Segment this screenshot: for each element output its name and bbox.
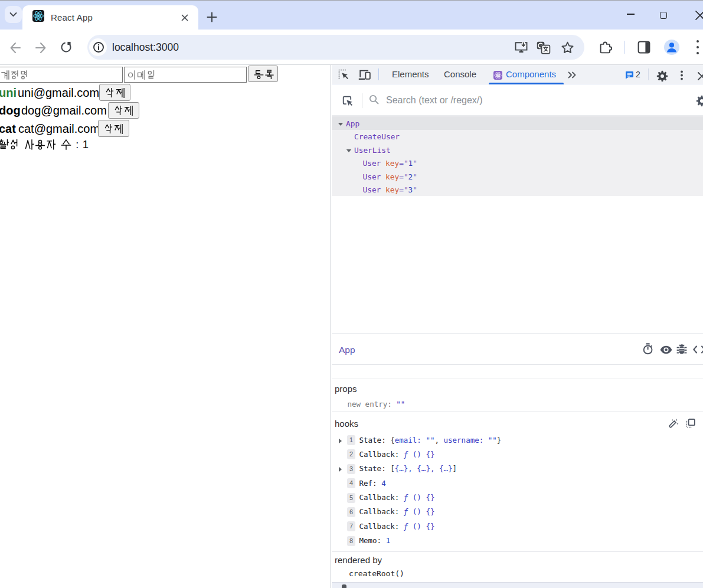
register-button[interactable]	[248, 66, 278, 82]
hook-index-badge: 4	[347, 478, 356, 488]
hook-token: ƒ () {}	[404, 493, 435, 502]
hook-row-callback-2[interactable]: 2Callback: ƒ () {}	[331, 448, 703, 462]
hook-row-memo-8[interactable]: 8Memo: 1	[331, 534, 703, 548]
translate-icon[interactable]	[537, 41, 551, 54]
site-info-icon[interactable]	[93, 41, 104, 53]
browser-tab-strip: React App	[0, 0, 703, 30]
tab-close-icon[interactable]	[181, 14, 189, 22]
attr-token: "	[404, 185, 408, 194]
tree-row-user3[interactable]: User key="3"	[332, 183, 703, 197]
bug-debug-icon[interactable]	[676, 344, 687, 355]
hook-token: State:	[359, 436, 386, 445]
attr-token: key	[385, 185, 399, 194]
components-tree: AppCreateUserUserListUser key="1"User ke…	[332, 116, 703, 398]
component-name: User	[363, 172, 381, 181]
delete-button-label	[104, 124, 125, 136]
hook-row-callback-6[interactable]: 6Callback: ƒ () {}	[331, 505, 703, 520]
screenshot-canvas: React App localhost:3000	[0, 0, 703, 588]
window-maximize-button[interactable]	[660, 12, 667, 19]
issues-message-icon[interactable]	[625, 71, 634, 79]
tab-search-button[interactable]	[5, 6, 22, 23]
hook-token: Callback:	[359, 450, 400, 459]
bookmark-star-icon[interactable]	[561, 41, 574, 54]
email-input[interactable]	[124, 67, 247, 83]
prop-new-entry-row[interactable]: new entry: ""	[348, 400, 406, 409]
tree-row-user2[interactable]: User key="2"	[332, 169, 703, 183]
component-name: App	[346, 119, 359, 128]
install-icon[interactable]	[515, 42, 528, 54]
user-email: uni@gmail.com	[18, 86, 99, 100]
tree-expand-arrow[interactable]	[338, 122, 344, 126]
tree-expand-arrow[interactable]	[346, 149, 352, 153]
props-section-label: props	[335, 384, 357, 394]
device-toolbar-icon[interactable]	[358, 70, 371, 80]
devtools-menu-kebab-icon[interactable]	[680, 70, 684, 80]
window-minimize-button[interactable]	[627, 14, 635, 15]
user-name: dog	[0, 104, 21, 117]
tab-console[interactable]: Console	[444, 65, 476, 84]
username-placeholder	[1, 70, 30, 82]
devtools-settings-gear-icon[interactable]	[656, 70, 668, 82]
tab-elements[interactable]: Elements	[392, 65, 429, 84]
side-panel-icon[interactable]	[637, 41, 650, 54]
tree-row-text: User key="1"	[363, 159, 418, 168]
toolbar-divider	[624, 41, 625, 54]
hook-row-state-1[interactable]: 1State: {email: "", username: ""}	[331, 434, 703, 448]
delete-user-button[interactable]	[98, 120, 129, 137]
username-input[interactable]	[0, 67, 123, 83]
copy-icon[interactable]	[685, 418, 696, 429]
magic-wand-parse-icon[interactable]	[668, 418, 679, 429]
inspect-element-icon[interactable]	[338, 69, 350, 81]
tree-row-userlist[interactable]: UserList	[332, 143, 703, 156]
hook-text: State: [{…}, {…}, {…}]	[359, 464, 457, 473]
hook-index-badge: 5	[347, 493, 356, 503]
hook-row-callback-5[interactable]: 5Callback: ƒ () {}	[331, 491, 703, 505]
delete-user-button[interactable]	[99, 84, 130, 101]
hook-row-state-3[interactable]: 3State: [{…}, {…}, {…}]	[331, 462, 703, 476]
attr-token: "	[413, 185, 417, 194]
forward-icon[interactable]	[34, 41, 47, 54]
view-source-code-icon[interactable]	[693, 345, 703, 354]
tab-components[interactable]: Components	[506, 65, 556, 84]
more-tabs-chevron-icon[interactable]	[567, 71, 577, 79]
hook-token: 4	[381, 479, 386, 488]
browser-menu-kebab-icon[interactable]	[695, 40, 700, 55]
tree-row-app[interactable]: App	[332, 116, 703, 130]
hook-text: Memo: 1	[359, 536, 391, 545]
attr-token: =	[399, 172, 404, 181]
divider-hooks-rendered	[332, 551, 703, 552]
extensions-puzzle-icon[interactable]	[599, 40, 613, 54]
url-text[interactable]: localhost:3000	[112, 35, 179, 60]
hook-index-badge: 1	[347, 435, 356, 445]
hook-expand-arrow[interactable]	[338, 438, 342, 444]
devtools-close-icon[interactable]	[697, 71, 703, 81]
back-icon[interactable]	[9, 41, 22, 54]
hook-row-ref-4[interactable]: 4Ref: 4	[331, 477, 703, 491]
hook-index-badge: 8	[347, 536, 356, 546]
browser-tab[interactable]: React App	[22, 5, 198, 30]
components-settings-gear-icon[interactable]	[696, 95, 703, 107]
tab-title: React App	[51, 5, 93, 30]
reload-icon[interactable]	[60, 41, 73, 54]
attr-token: "	[413, 159, 417, 168]
attr-token: "	[404, 159, 408, 168]
new-tab-button[interactable]	[204, 9, 220, 25]
window-close-button[interactable]	[692, 7, 703, 24]
hook-row-callback-7[interactable]: 7Callback: ƒ () {}	[331, 520, 703, 534]
divider-tree-inspected	[332, 333, 703, 334]
tree-row-user1[interactable]: User key="1"	[332, 156, 703, 170]
tree-row-createuser[interactable]: CreateUser	[332, 130, 703, 143]
divider-props-hooks	[332, 411, 703, 411]
rendered-by-value[interactable]: createRoot()	[349, 569, 404, 578]
browser-toolbar: localhost:3000	[0, 30, 703, 64]
components-search-input[interactable]: Search (text or /regex/)	[386, 85, 483, 116]
delete-user-button[interactable]	[108, 102, 139, 119]
issues-count[interactable]: 2	[636, 65, 640, 84]
profile-avatar[interactable]	[664, 40, 679, 55]
hook-expand-arrow[interactable]	[338, 466, 342, 472]
hook-token: Memo:	[359, 536, 382, 545]
inspect-component-icon[interactable]	[342, 96, 353, 106]
stopwatch-timer-icon[interactable]	[642, 343, 654, 355]
partial-row-icon	[342, 584, 346, 588]
eye-inspect-dom-icon[interactable]	[660, 345, 672, 354]
